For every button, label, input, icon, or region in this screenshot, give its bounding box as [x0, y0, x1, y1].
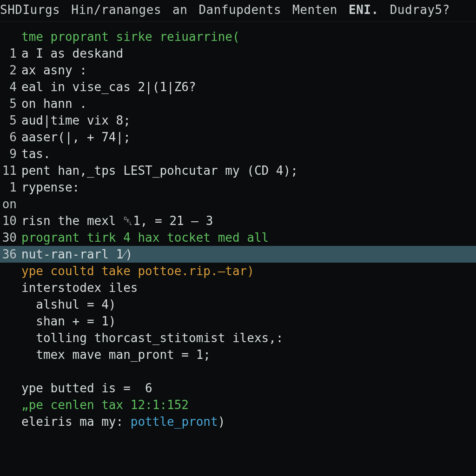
code-text: eal in vise_cas 2|(1|Z6? — [21, 79, 476, 95]
code-text: risn the mexl ␡1, = 21 – 3 — [21, 212, 476, 229]
menu-item[interactable]: Dudray5? — [390, 3, 450, 17]
code-line[interactable]: alshul = 4) — [0, 296, 476, 313]
code-line[interactable]: 4eal in vise_cas 2|(1|Z6? — [0, 79, 476, 95]
code-text: shan + = 1) — [21, 313, 476, 330]
code-line[interactable]: tmex mave man_pront = 1; — [0, 346, 476, 363]
code-line[interactable]: tolling thorcast_stitomist ilexs,: — [0, 330, 476, 346]
code-line[interactable]: on — [0, 196, 476, 212]
menu-item[interactable]: an — [172, 3, 187, 17]
code-text: alshul = 4) — [21, 296, 476, 313]
code-line[interactable]: tme proprant sirke reiuarrine( — [0, 28, 476, 45]
code-line[interactable]: eleiris ma my: pottle_pront) — [0, 413, 476, 430]
line-number: 2 — [0, 62, 21, 79]
code-text: aud|time vix 8; — [21, 112, 476, 129]
menu-item[interactable]: SHDIurgs — [0, 3, 60, 17]
code-text: tmex mave man_pront = 1; — [21, 346, 476, 363]
line-number: 30 — [0, 229, 21, 246]
code-line[interactable]: 5aud|time vix 8; — [0, 112, 476, 129]
code-text: pent han,_tps LEST_pohcutar my (CD 4); — [21, 162, 476, 179]
code-text: progrant tirk 4 hax tocket med all — [21, 229, 476, 246]
code-line[interactable]: ype coultd take pottoe.rip.–tar) — [0, 263, 476, 279]
code-text: ax asny : — [21, 62, 476, 79]
menu-item[interactable]: ENI. — [349, 3, 379, 17]
code-line[interactable]: 2ax asny : — [0, 62, 476, 79]
menu-item[interactable]: Hin/rananges — [71, 3, 161, 17]
line-number: 9 — [0, 145, 21, 162]
code-text: „pe cenlen tax 12:1:152 — [21, 397, 476, 413]
code-text: nut-ran-rarl 1⁄) — [21, 246, 476, 263]
line-number: 1 — [0, 179, 21, 196]
code-line[interactable]: interstodex iles — [0, 279, 476, 296]
code-text: interstodex iles — [21, 279, 476, 296]
code-line[interactable]: 9tas. — [0, 145, 476, 162]
code-line[interactable]: 6aaser(|, + 74|; — [0, 129, 476, 145]
line-number: 10 — [0, 212, 21, 229]
line-number: 6 — [0, 129, 21, 145]
line-number: on — [0, 196, 21, 212]
code-text: ype butted is = 6 — [21, 380, 476, 397]
code-text: eleiris ma my: pottle_pront) — [21, 413, 476, 430]
line-number: 11 — [0, 162, 21, 179]
menu-bar: SHDIurgsHin/ranangesanDanfupdentsMentenE… — [0, 0, 476, 22]
menu-item[interactable]: Danfupdents — [198, 3, 281, 17]
code-line[interactable]: 5on hann . — [0, 95, 476, 112]
code-text: tme proprant sirke reiuarrine( — [21, 28, 476, 45]
menu-item[interactable]: Menten — [292, 3, 337, 17]
code-text: rypense: — [21, 179, 476, 196]
code-line[interactable]: 1rypense: — [0, 179, 476, 196]
code-line[interactable]: ype butted is = 6 — [0, 380, 476, 397]
code-line[interactable] — [0, 363, 476, 380]
code-line[interactable]: 36nut-ran-rarl 1⁄) — [0, 246, 476, 263]
code-line[interactable]: 10risn the mexl ␡1, = 21 – 3 — [0, 212, 476, 229]
code-line[interactable]: shan + = 1) — [0, 313, 476, 330]
code-text: ype coultd take pottoe.rip.–tar) — [21, 263, 476, 279]
code-line[interactable]: 11pent han,_tps LEST_pohcutar my (CD 4); — [0, 162, 476, 179]
code-text: tolling thorcast_stitomist ilexs,: — [21, 330, 476, 346]
line-number: 4 — [0, 79, 21, 95]
code-editor[interactable]: tme proprant sirke reiuarrine(1a I as de… — [0, 22, 476, 430]
code-text: on hann . — [21, 95, 476, 112]
code-line[interactable]: „pe cenlen tax 12:1:152 — [0, 397, 476, 413]
line-number: 36 — [0, 246, 21, 263]
code-line[interactable]: 30progrant tirk 4 hax tocket med all — [0, 229, 476, 246]
line-number: 5 — [0, 112, 21, 129]
code-line[interactable]: 1a I as deskand — [0, 45, 476, 62]
code-text: tas. — [21, 145, 476, 162]
code-text: aaser(|, + 74|; — [21, 129, 476, 145]
line-number: 5 — [0, 95, 21, 112]
line-number: 1 — [0, 45, 21, 62]
code-text: a I as deskand — [21, 45, 476, 62]
